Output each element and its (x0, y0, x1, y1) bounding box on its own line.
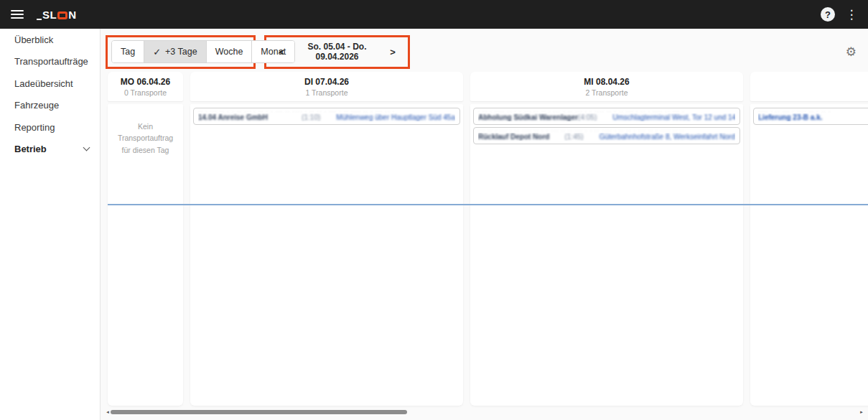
scroll-right-icon[interactable]: ► (859, 410, 864, 414)
logo-text-suffix: N (68, 9, 76, 21)
more-options-icon[interactable]: ⋮ (845, 7, 858, 22)
current-time-indicator (108, 204, 868, 205)
day-column-header: MI 08.04.26 2 Transporte (470, 72, 743, 101)
day-column-body: ·· · ··· ·· · · ·· ··· · ·· · · ··· ·· ·… (190, 104, 463, 406)
sidebar-item-betrieb[interactable]: Betrieb (0, 139, 100, 161)
date-range-nav: < So. 05.04 - Do. 09.04.2026 > (267, 40, 407, 63)
day-column-mo: MO 06.04.26 0 Transporte Kein Transporta… (108, 72, 183, 406)
logo-text-prefix: SL (42, 9, 57, 21)
transport-card[interactable]: ···· · ·· ··· · ···· ·· · ·· · Lieferung… (753, 108, 868, 125)
transport-duration-redacted: (1:45) (565, 133, 584, 141)
day-transport-count: 1 Transporte (190, 88, 463, 97)
chevron-down-icon (83, 144, 90, 151)
sidebar-nav: Überblick Transportaufträge Ladeübersich… (0, 29, 101, 420)
prev-period-icon[interactable]: < (274, 47, 289, 57)
transport-detail-link-redacted: Umschlagterminal West, Tor 12 und 14 (612, 113, 735, 121)
logo-o-mark (57, 11, 67, 19)
sidebar-item-transportauftraege[interactable]: Transportaufträge (0, 51, 100, 73)
day-transport-count: 0 Transporte (108, 88, 183, 97)
transport-detail-link-redacted: Mühlenweg über Hauptlager Süd 45a (336, 113, 455, 121)
horizontal-scrollbar: ◄ ► (105, 409, 864, 416)
day-column-body: Kein Transportauftrag für diesen Tag (108, 104, 183, 406)
date-range-label: So. 05.04 - Do. 09.04.2026 (289, 42, 386, 62)
day-title: MI 08.04.26 (470, 77, 743, 87)
help-icon[interactable]: ? (821, 7, 835, 22)
hamburger-menu-icon[interactable] (11, 10, 24, 19)
scrollbar-track[interactable] (111, 410, 859, 414)
transport-name-redacted: 14.04 Anreise GmbH (198, 113, 268, 121)
top-app-bar: SL N ? ⋮ (0, 0, 868, 29)
transport-name-redacted: Lieferung 23-B a.k. (758, 113, 822, 121)
scroll-left-icon[interactable]: ◄ (105, 410, 111, 414)
app-logo: SL N (37, 9, 77, 21)
sidebar-item-fahrzeuge[interactable]: Fahrzeuge (0, 95, 100, 117)
gear-icon[interactable]: ⚙ (846, 45, 857, 60)
transport-duration-redacted: (1:10) (302, 113, 320, 121)
transport-name-redacted: Rücklauf Depot Nord (478, 133, 549, 141)
empty-day-message: Kein Transportauftrag für diesen Tag (111, 121, 180, 156)
view-option-3-tage[interactable]: ✓ +3 Tage (144, 41, 207, 62)
sidebar-item-ueberblick[interactable]: Überblick (0, 29, 100, 51)
view-option-woche[interactable]: Woche (207, 41, 253, 62)
transport-card[interactable]: ··· ·· · ··· · ·· ···· ·· · · ··· ·· ·· … (473, 127, 740, 144)
transport-card[interactable]: ·· · ··· ·· · · ·· ··· · ·· · · ··· ·· ·… (193, 108, 460, 125)
check-icon: ✓ (153, 47, 161, 57)
day-column-body: · ·· · ···· ·· · · ··· ·· ·· · ··· · ·· … (470, 104, 743, 406)
sidebar-item-reporting[interactable]: Reporting (0, 116, 100, 139)
day-transport-count: 2 Transporte (470, 88, 743, 97)
day-title: MO 06.04.26 (108, 77, 183, 87)
day-column-header (750, 72, 868, 101)
calendar-columns: MO 06.04.26 0 Transporte Kein Transporta… (108, 72, 868, 406)
transport-detail-link-redacted: Güterbahnhofstraße 8, Werkseinfahrt Nord (599, 133, 735, 141)
calendar-main: Tag ✓ +3 Tage Woche Monat < So. 05.04 - … (101, 29, 868, 420)
day-column-header: DI 07.04.26 1 Transporte (190, 72, 463, 101)
day-column-mi: MI 08.04.26 2 Transporte · ·· · ···· ·· … (470, 72, 743, 406)
day-column-body: ···· · ·· ··· · ···· ·· · ·· · Lieferung… (750, 104, 868, 406)
transport-name-redacted: Abholung Südkai Warenlager (478, 113, 578, 121)
day-column-clipped: ···· · ·· ··· · ···· ·· · ·· · Lieferung… (750, 72, 868, 406)
scrollbar-thumb[interactable] (111, 410, 407, 414)
transport-card[interactable]: · ·· · ···· ·· · · ··· ·· ·· · ··· · ·· … (473, 108, 740, 125)
day-column-di: DI 07.04.26 1 Transporte ·· · ··· ·· · ·… (190, 72, 463, 406)
next-period-icon[interactable]: > (386, 47, 400, 57)
sidebar-item-ladeuebersicht[interactable]: Ladeübersicht (0, 73, 100, 95)
day-column-header: MO 06.04.26 0 Transporte (108, 72, 183, 101)
day-title: DI 07.04.26 (190, 77, 463, 87)
view-option-tag[interactable]: Tag (112, 41, 144, 62)
logo-tick (37, 19, 42, 20)
transport-duration-redacted: (4:05) (578, 113, 597, 121)
